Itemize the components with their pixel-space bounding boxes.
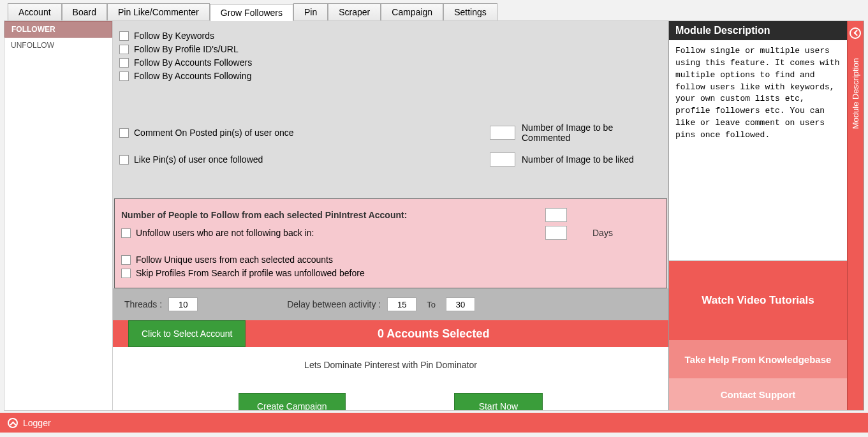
- start-now-button[interactable]: Start Now: [454, 393, 543, 410]
- logger-label: Logger: [23, 418, 51, 428]
- sidebar: FOLLOWER UNFOLLOW: [4, 21, 113, 410]
- label-people-to-follow: Number of People to Follow from each sel…: [121, 210, 407, 220]
- checkbox-follow-profile[interactable]: [119, 45, 129, 54]
- checkbox-unfollow-back[interactable]: [121, 228, 131, 238]
- sidebar-item-follower[interactable]: FOLLOWER: [4, 21, 112, 38]
- input-images-to-comment[interactable]: [490, 126, 515, 140]
- accounts-selected-status: 0 Accounts Selected: [378, 327, 489, 341]
- knowledgebase-help-button[interactable]: Take Help From Knowledgebase: [669, 340, 847, 378]
- input-images-to-like[interactable]: [490, 152, 515, 167]
- logger-expand-bar[interactable]: Logger: [0, 411, 868, 433]
- module-description-title: Module Description: [669, 21, 847, 40]
- tab-pin-like-commenter[interactable]: Pin Like/Commenter: [107, 3, 210, 20]
- watch-video-tutorials-button[interactable]: Watch Video Tutorials: [669, 260, 847, 340]
- label-like-once: Like Pin(s) of user once followed: [134, 154, 263, 165]
- tab-scraper[interactable]: Scraper: [328, 3, 381, 20]
- tagline: Lets Dominate Pinterest with Pin Dominat…: [113, 360, 668, 370]
- contact-support-button[interactable]: Contact Support: [669, 378, 847, 410]
- chevron-left-icon: [850, 27, 861, 39]
- label-skip-profiles: Skip Profiles From Search if profile was…: [136, 268, 365, 278]
- checkbox-follow-keywords[interactable]: [119, 31, 129, 41]
- action-panel: Lets Dominate Pinterest with Pin Dominat…: [113, 347, 668, 410]
- label-images-to-comment: Number of Image to be Commented: [522, 122, 662, 143]
- label-follow-following: Follow By Accounts Following: [134, 71, 251, 81]
- input-delay-from[interactable]: [387, 297, 416, 311]
- label-unique-users: Follow Unique users from each selected a…: [136, 255, 333, 265]
- module-description-collapse-ribbon[interactable]: Module Description: [847, 21, 864, 410]
- label-follow-followers: Follow By Accounts Followers: [134, 57, 252, 68]
- input-delay-to[interactable]: [446, 297, 475, 311]
- label-follow-keywords: Follow By Keywords: [134, 31, 214, 41]
- threads-delay-bar: Threads : Delay between activity : To: [113, 288, 668, 320]
- label-to: To: [423, 300, 439, 309]
- app-window: Account Board Pin Like/Commenter Grow Fo…: [0, 0, 868, 437]
- checkbox-like-once[interactable]: [119, 155, 129, 165]
- checkbox-unique-users[interactable]: [121, 255, 131, 265]
- follow-config-panel: Number of People to Follow from each sel…: [114, 198, 667, 288]
- label-images-to-like: Number of Image to be liked: [522, 154, 662, 165]
- tab-campaign[interactable]: Campaign: [381, 3, 443, 20]
- label-follow-profile: Follow By Profile ID's/URL: [134, 44, 239, 54]
- checkbox-comment-once[interactable]: [119, 128, 129, 138]
- tab-grow-followers[interactable]: Grow Followers: [210, 4, 293, 21]
- checkbox-skip-profiles[interactable]: [121, 269, 131, 278]
- module-description-body: Follow single or multiple users using th…: [669, 40, 847, 260]
- module-description-panel: Module Description Follow single or mult…: [668, 21, 847, 410]
- input-unfollow-days[interactable]: [545, 226, 567, 240]
- select-account-button[interactable]: Click to Select Account: [128, 320, 246, 347]
- sidebar-item-unfollow[interactable]: UNFOLLOW: [4, 38, 112, 53]
- content-panel: FOLLOWER UNFOLLOW Follow By Keywords Fol…: [4, 20, 864, 411]
- label-comment-once: Comment On Posted pin(s) of user once: [134, 128, 294, 138]
- input-threads[interactable]: [168, 297, 198, 311]
- checkbox-follow-followers[interactable]: [119, 58, 129, 68]
- tab-pin[interactable]: Pin: [293, 3, 328, 20]
- main-panel: Follow By Keywords Follow By Profile ID'…: [113, 21, 668, 410]
- label-delay: Delay between activity :: [287, 299, 381, 309]
- input-people-to-follow[interactable]: [545, 208, 567, 222]
- main-tabs: Account Board Pin Like/Commenter Grow Fo…: [0, 2, 868, 20]
- create-campaign-button[interactable]: Create Campaign: [239, 393, 346, 410]
- checkbox-follow-following[interactable]: [119, 71, 129, 81]
- label-unfollow-back: Unfollow users who are not following bac…: [136, 228, 314, 238]
- chevron-up-icon: [8, 418, 18, 428]
- label-days: Days: [592, 228, 613, 238]
- follow-options: Follow By Keywords Follow By Profile ID'…: [113, 21, 668, 198]
- label-threads: Threads :: [124, 299, 162, 309]
- ribbon-label: Module Description: [851, 58, 860, 129]
- tab-settings[interactable]: Settings: [443, 3, 497, 20]
- tab-account[interactable]: Account: [8, 3, 62, 20]
- account-selection-bar: Click to Select Account 0 Accounts Selec…: [113, 320, 668, 347]
- tab-board[interactable]: Board: [62, 3, 107, 20]
